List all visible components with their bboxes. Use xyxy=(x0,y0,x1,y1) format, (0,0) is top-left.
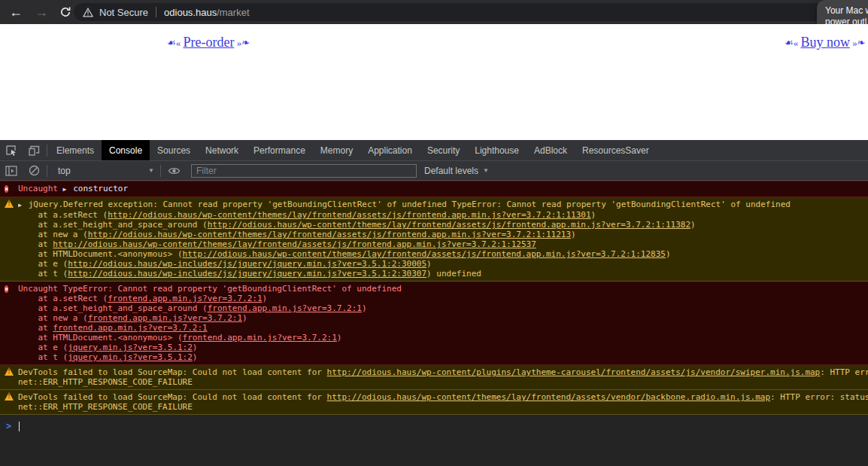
console-text: ) xyxy=(362,303,367,313)
error-icon: × xyxy=(5,285,8,293)
url-host: odious.haus xyxy=(164,7,217,18)
console-prompt[interactable]: > xyxy=(0,415,868,433)
warning-icon: ! xyxy=(5,392,14,401)
source-link[interactable]: frontend.app.min.js?ver=3.7.2:1 xyxy=(183,333,337,343)
console-line: at HTMLDocument.<anonymous> (http://odio… xyxy=(18,249,868,259)
console-messages: ×Uncaught ▶ constructor!▶ jQuery.Deferre… xyxy=(0,181,868,415)
source-link[interactable]: http://odious.haus/wp-content/themes/lay… xyxy=(53,239,536,249)
console-text: at e ( xyxy=(18,259,68,269)
source-link[interactable]: http://odious.haus/wp-content/themes/lay… xyxy=(88,230,571,239)
buynow-link[interactable]: Buy now xyxy=(800,35,850,50)
tab-lighthouse[interactable]: Lighthouse xyxy=(467,140,527,160)
console-line: DevTools failed to load SourceMap: Could… xyxy=(18,392,868,402)
console-line: at HTMLDocument.<anonymous> (frontend.ap… xyxy=(18,333,868,343)
console-line: at e (jquery.min.js?ver=3.5.1:2) xyxy=(18,343,868,352)
tab-network[interactable]: Network xyxy=(198,140,246,160)
console-text: DevTools failed to load SourceMap: Could… xyxy=(18,392,327,402)
browser-toolbar: ← → Not Secure odious.haus /market xyxy=(0,0,868,24)
console-sidebar-toggle-icon[interactable] xyxy=(0,166,23,176)
console-text: ) xyxy=(666,249,671,259)
source-link[interactable]: jquery.min.js?ver=3.5.1:2 xyxy=(68,343,193,352)
source-link[interactable]: frontend.app.min.js?ver=3.7.2:1 xyxy=(208,303,362,313)
ornament-left-icon: ☙« xyxy=(167,37,183,48)
tab-memory[interactable]: Memory xyxy=(313,140,360,160)
clear-console-icon[interactable] xyxy=(23,165,45,176)
source-link[interactable]: frontend.app.min.js?ver=3.7.2:1 xyxy=(88,313,242,323)
console-line: net::ERR_HTTP_RESPONSE_CODE_FAILURE xyxy=(18,377,868,387)
console-text: at e ( xyxy=(18,343,68,352)
source-link[interactable]: http://odious.haus/wp-content/themes/lay… xyxy=(208,220,690,230)
source-link[interactable]: jquery.min.js?ver=3.5.1:2 xyxy=(68,352,193,362)
tabbar-divider xyxy=(47,145,47,157)
source-link[interactable]: http://odious.haus/wp-content/plugins/la… xyxy=(327,367,821,377)
console-text: net::ERR_HTTP_RESPONSE_CODE_FAILURE xyxy=(18,402,193,412)
toolbar-divider xyxy=(47,165,47,177)
tab-sources[interactable]: Sources xyxy=(150,140,198,160)
expand-arrow-icon[interactable]: ▶ xyxy=(63,186,74,193)
console-text: ) xyxy=(337,333,342,343)
tab-elements[interactable]: Elements xyxy=(49,140,102,160)
tab-adblock[interactable]: AdBlock xyxy=(527,140,575,160)
console-text: DevTools failed to load SourceMap: Could… xyxy=(18,367,327,377)
console-text: ) undefined xyxy=(426,269,481,279)
console-text: at new a ( xyxy=(18,313,88,323)
source-link[interactable]: http://odious.haus/wp-content/themes/lay… xyxy=(108,210,590,220)
tab-security[interactable]: Security xyxy=(420,140,467,160)
source-link[interactable]: http://odious.haus/wp-content/themes/lay… xyxy=(183,249,666,259)
console-text: at xyxy=(18,239,53,249)
console-text: : HTTP error: status xyxy=(770,392,868,402)
log-levels-label: Default levels xyxy=(424,166,478,176)
source-link[interactable]: frontend.app.min.js?ver=3.7.2:1 xyxy=(108,294,262,303)
forward-button[interactable]: → xyxy=(30,0,53,24)
tab-application[interactable]: Application xyxy=(360,140,420,160)
console-text: ) xyxy=(591,210,596,220)
inspect-element-icon[interactable] xyxy=(0,140,23,160)
console-text: at HTMLDocument.<anonymous> ( xyxy=(18,249,183,259)
device-toolbar-icon[interactable] xyxy=(23,140,45,160)
console-line: net::ERR_HTTP_RESPONSE_CODE_FAILURE xyxy=(18,402,868,412)
url-path: /market xyxy=(217,7,249,18)
console-text: : HTTP err xyxy=(820,367,868,377)
chevron-down-icon: ▼ xyxy=(148,167,154,174)
console-line: at a.setRect (frontend.app.min.js?ver=3.… xyxy=(18,294,868,303)
console-text: at xyxy=(18,323,53,333)
console-filter-input[interactable] xyxy=(191,164,417,178)
log-levels-select[interactable]: Default levels ▼ xyxy=(424,166,489,176)
address-bar[interactable]: Not Secure odious.haus /market xyxy=(74,3,868,21)
console-text: at new a ( xyxy=(18,230,88,239)
console-text: constructor xyxy=(73,184,128,193)
console-text: Uncaught xyxy=(18,184,63,193)
console-line: at http://odious.haus/wp-content/themes/… xyxy=(18,239,868,249)
source-link[interactable]: http://odious.haus/wp-content/themes/lay… xyxy=(327,392,770,402)
console-line: ▶ jQuery.Deferred exception: Cannot read… xyxy=(18,199,868,210)
back-button[interactable]: ← xyxy=(5,0,27,24)
console-line: at t (http://odious.haus/wp-includes/js/… xyxy=(18,269,868,279)
source-link[interactable]: frontend.app.min.js?ver=3.7.2:1 xyxy=(53,323,207,333)
source-link[interactable]: http://odious.haus/wp-includes/js/jquery… xyxy=(68,269,426,279)
live-expression-eye-icon[interactable] xyxy=(162,166,185,175)
warning-icon: ! xyxy=(5,367,14,376)
console-message-warning: !DevTools failed to load SourceMap: Coul… xyxy=(0,365,868,390)
console-line: Uncaught TypeError: Cannot read property… xyxy=(18,284,868,294)
ornament-left-icon: ☙« xyxy=(785,37,800,48)
tab-performance[interactable]: Performance xyxy=(246,140,313,160)
console-line: at a.setRect (http://odious.haus/wp-cont… xyxy=(18,210,868,220)
security-label: Not Secure xyxy=(99,7,148,18)
console-message-warning: !DevTools failed to load SourceMap: Coul… xyxy=(0,390,868,415)
source-link[interactable]: http://odious.haus/wp-includes/js/jquery… xyxy=(68,259,426,269)
preorder-link[interactable]: Pre-order xyxy=(183,35,234,50)
console-line: at a.set_height_and_space_around (fronte… xyxy=(18,303,868,313)
omnibox-divider xyxy=(156,7,156,17)
reload-icon xyxy=(59,6,71,18)
console-message-error: ×Uncaught ▶ constructor xyxy=(0,181,868,197)
tab-console[interactable]: Console xyxy=(102,140,150,160)
execution-context-select[interactable]: top ▼ xyxy=(53,166,159,176)
console-text: net::ERR_HTTP_RESPONSE_CODE_FAILURE xyxy=(18,377,193,387)
expand-arrow-icon[interactable]: ▶ xyxy=(18,202,29,209)
page-content: ☙« Pre-order »❧ ☙« Buy now »❧ xyxy=(0,24,868,140)
console-line: at a.set_height_and_space_around (http:/… xyxy=(18,220,868,230)
console-text: jQuery.Deferred exception: Cannot read p… xyxy=(29,199,791,209)
console-text: at a.setRect ( xyxy=(18,294,108,303)
tab-resourcessaver[interactable]: ResourcesSaver xyxy=(575,140,657,160)
console-line: at new a (http://odious.haus/wp-content/… xyxy=(18,230,868,239)
